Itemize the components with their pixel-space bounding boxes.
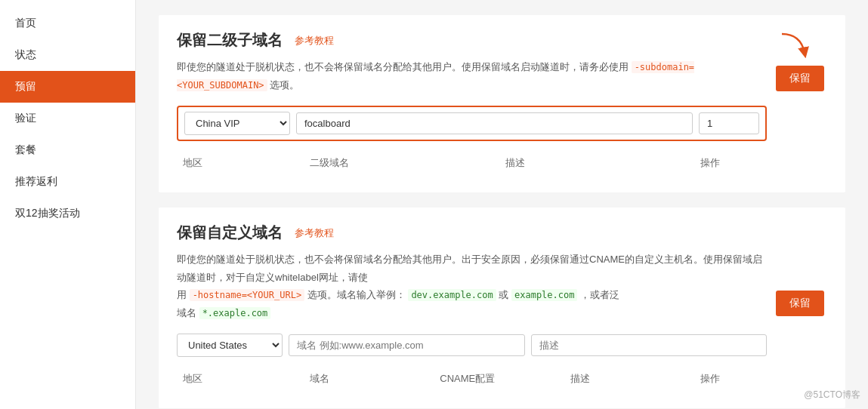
custom-domain-description: 即使您的隧道处于脱机状态，也不会将保留域名分配给其他用户。出于安全原因，必须保留… <box>177 251 767 321</box>
subdomain-save-col: 保留 <box>767 30 827 91</box>
custom-domain-save-col: 保留 <box>767 223 827 316</box>
custom-domain-code: -hostname=<YOUR_URL> <box>190 289 305 301</box>
example-domain-1: dev.example.com <box>408 289 496 301</box>
sidebar-item-reserve[interactable]: 预留 <box>0 71 135 103</box>
sidebar-item-status[interactable]: 状态 <box>0 39 135 71</box>
custom-domain-table-header: 地区 域名 CNAME配置 描述 操作 <box>177 367 767 390</box>
subdomain-save-button[interactable]: 保留 <box>776 66 824 91</box>
custom-col-action: 操作 <box>700 372 761 386</box>
subdomain-col-region: 地区 <box>183 156 304 170</box>
sidebar: 首页 状态 预留 验证 套餐 推荐返利 双12抽奖活动 <box>0 0 136 409</box>
sidebar-item-home[interactable]: 首页 <box>0 8 135 39</box>
custom-domain-input[interactable] <box>289 334 525 356</box>
subdomain-description: 即使您的隧道处于脱机状态，也不会将保留域名分配给其他用户。使用保留域名启动隧道时… <box>177 58 767 94</box>
subdomain-col-action: 操作 <box>700 156 761 170</box>
sidebar-item-event[interactable]: 双12抽奖活动 <box>0 198 135 229</box>
subdomain-form-row: China VIP United States Europe Asia <box>177 106 767 141</box>
custom-domain-form-row: United States China VIP Europe Asia <box>177 334 767 357</box>
red-arrow-icon <box>774 30 812 63</box>
subdomain-desc-input[interactable] <box>699 112 759 134</box>
custom-domain-section-title: 保留自定义域名 <box>177 223 283 243</box>
custom-col-domain: 域名 <box>310 372 434 386</box>
custom-domain-section: 保留自定义域名 参考教程 即使您的隧道处于脱机状态，也不会将保留域名分配给其他用… <box>159 208 845 408</box>
custom-domain-ref-link[interactable]: 参考教程 <box>295 226 334 240</box>
example-domain-wildcard: *.exaple.com <box>199 307 271 319</box>
subdomain-table-header: 地区 二级域名 描述 操作 <box>177 152 767 174</box>
main-content: 保留二级子域名 参考教程 即使您的隧道处于脱机状态，也不会将保留域名分配给其他用… <box>136 0 868 409</box>
custom-domain-desc-input[interactable] <box>531 334 768 356</box>
custom-domain-save-button[interactable]: 保留 <box>776 291 824 316</box>
custom-domain-region-select[interactable]: United States China VIP Europe Asia <box>177 334 283 357</box>
subdomain-col-subdomain: 二级域名 <box>310 156 499 170</box>
subdomain-ref-link[interactable]: 参考教程 <box>295 34 334 48</box>
subdomain-input[interactable] <box>296 112 693 134</box>
subdomain-section-title: 保留二级子域名 <box>177 30 283 51</box>
subdomain-col-desc: 描述 <box>505 156 695 170</box>
sidebar-item-verify[interactable]: 验证 <box>0 103 135 134</box>
example-domain-2: example.com <box>511 289 577 301</box>
subdomain-section: 保留二级子域名 参考教程 即使您的隧道处于脱机状态，也不会将保留域名分配给其他用… <box>159 15 845 192</box>
watermark: @51CTO博客 <box>804 389 860 401</box>
sidebar-item-plan[interactable]: 套餐 <box>0 134 135 166</box>
subdomain-inputs-container: China VIP United States Europe Asia <box>177 106 767 141</box>
subdomain-region-select[interactable]: China VIP United States Europe Asia <box>184 112 290 135</box>
custom-col-region: 地区 <box>183 372 304 386</box>
custom-col-cname: CNAME配置 <box>440 372 564 386</box>
custom-col-desc: 描述 <box>570 372 694 386</box>
sidebar-item-referral[interactable]: 推荐返利 <box>0 166 135 198</box>
